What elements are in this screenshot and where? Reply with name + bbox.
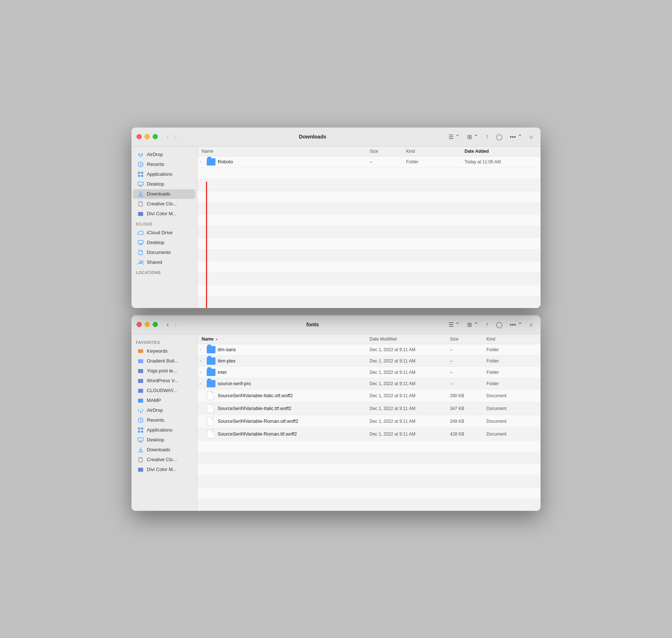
sidebar-item-yoga-post[interactable]: Yoga post te... [133,366,195,376]
svg-rect-5 [138,182,143,185]
window-bottom: ‹ › fonts ☰ ⌃ ⊞ ⌃ ↑ ◯ ••• ⌃ ⌕ Favorites … [131,315,541,511]
sidebar-label-cloudway: CLOUDWAY... [147,388,177,393]
sidebar-item-desktop-bottom[interactable]: Desktop [133,435,195,445]
sidebar-label-gradient-builder: Gradient Buil... [147,358,178,364]
folder-icon [207,346,215,353]
sidebar-item-downloads-bottom[interactable]: Downloads [133,445,195,455]
sidebar-label-airdrop: AirDrop [147,152,163,157]
column-headers-top: Name Size Kind Date Added [197,147,541,156]
sidebar-item-creative-cloud[interactable]: Creative Clo... [133,199,195,209]
table-row[interactable]: › ibm-plex Dec 1, 2022 at 9:11 AM -- Fol… [197,356,541,367]
downloads-icon-bottom [137,447,144,453]
sidebar-item-shared[interactable]: Shared [133,258,195,267]
gradient-builder-icon [137,358,144,364]
minimize-button[interactable] [145,134,150,139]
search-button-bottom[interactable]: ⌕ [527,320,535,329]
sidebar-item-divi-color[interactable]: Divi Color M... [133,209,195,219]
tag-button-top[interactable]: ◯ [494,132,505,142]
file-name: inter [218,369,227,375]
table-row[interactable]: SourceSerif4Variable-Italic.otf.woff2 De… [197,390,541,402]
table-row[interactable]: › inter Dec 1, 2022 at 9:11 AM -- Folder [197,367,541,378]
empty-row [197,273,541,285]
tag-button-bottom[interactable]: ◯ [494,320,505,330]
sidebar-item-airdrop[interactable]: AirDrop [133,150,195,159]
share-button-top[interactable]: ↑ [484,132,491,141]
expand-chevron: › [200,381,205,386]
window-body-bottom: Favorites Keywords Gradient Buil... [131,334,541,511]
sidebar-item-downloads[interactable]: Downloads [133,189,195,199]
back-button-bottom[interactable]: ‹ [164,320,171,329]
sidebar-item-recents[interactable]: Recents [133,160,195,169]
empty-row [197,476,541,487]
file-size: -- [446,358,482,364]
titlebar-bottom: ‹ › fonts ☰ ⌃ ⊞ ⌃ ↑ ◯ ••• ⌃ ⌕ [131,315,541,334]
close-button[interactable] [137,134,142,139]
share-button-bottom[interactable]: ↑ [484,320,491,329]
expand-chevron: › [200,370,205,374]
more-button-bottom[interactable]: ••• ⌃ [508,320,524,330]
forward-button-top[interactable]: › [172,132,179,141]
file-kind: Document [482,419,541,424]
list-view-button[interactable]: ☰ ⌃ [446,132,462,142]
downloads-icon [137,191,144,197]
back-button-top[interactable]: ‹ [164,132,171,141]
list-view-button-bottom[interactable]: ☰ ⌃ [446,320,462,330]
sidebar-item-icloud-drive[interactable]: iCloud Drive [133,228,195,238]
sidebar-item-divi-color-bottom[interactable]: Divi Color M... [133,465,195,474]
file-kind: Document [482,432,541,437]
sidebar-item-airdrop-bottom[interactable]: AirDrop [133,406,195,415]
table-row[interactable]: › dm-sans Dec 1, 2022 at 9:11 AM -- Fold… [197,344,541,356]
applications-icon [137,171,144,178]
file-date: Dec 1, 2022 at 9:11 AM [365,393,446,398]
file-size: 347 KB [446,406,482,411]
file-name-cell: SourceSerif4Variable-Roman.ttf.woff2 [197,430,365,438]
table-row[interactable]: SourceSerif4Variable-Roman.ttf.woff2 Dec… [197,428,541,441]
close-button-bottom[interactable] [137,322,142,327]
doc-icon [207,430,214,438]
sidebar-item-keywords[interactable]: Keywords [133,346,195,356]
sidebar-item-gradient-builder[interactable]: Gradient Buil... [133,356,195,366]
file-name: Roboto [218,159,233,164]
search-button-top[interactable]: ⌕ [527,132,535,141]
column-headers-bottom: Name ▲ Date Modified Size Kind [197,334,541,344]
nav-buttons-bottom: ‹ › [164,320,179,329]
file-date: Dec 1, 2022 at 9:11 AM [365,347,446,352]
airdrop-icon [137,151,144,158]
folder-icon [207,369,215,376]
table-row[interactable]: › source-serif-pro Dec 1, 2022 at 9:11 A… [197,378,541,390]
minimize-button-bottom[interactable] [145,322,150,327]
file-kind: Document [482,393,541,398]
sidebar-item-applications[interactable]: Applications [133,170,195,179]
sidebar-label-keywords: Keywords [147,348,168,354]
sidebar-item-documents[interactable]: Documents [133,248,195,257]
sidebar-label-recents-bottom: Recents [147,417,164,423]
empty-row [197,285,541,296]
file-size: 280 KB [446,393,482,398]
col-kind: Kind [402,149,460,154]
svg-rect-2 [141,172,144,174]
empty-row [197,487,541,499]
window-body-top: AirDrop Recents [131,147,541,308]
sidebar-item-icloud-desktop[interactable]: Desktop [133,238,195,247]
sidebar-item-cloudway[interactable]: CLOUDWAY... [133,386,195,395]
file-rows-bottom: › dm-sans Dec 1, 2022 at 9:11 AM -- Fold… [197,344,541,511]
sidebar-item-mamp[interactable]: MAMP [133,396,195,405]
sidebar-item-creative-cloud-bottom[interactable]: Creative Clo... [133,455,195,464]
table-row[interactable]: SourceSerif4Variable-Italic.ttf.woff2 De… [197,402,541,415]
forward-button-bottom[interactable]: › [172,320,179,329]
grid-view-button-bottom[interactable]: ⊞ ⌃ [465,320,480,330]
sidebar-label-divi-color: Divi Color M... [147,211,177,216]
table-row[interactable]: › Roboto -- Folder Today at 11:05 AM [197,156,541,168]
maximize-button[interactable] [153,134,158,139]
sidebar-item-desktop[interactable]: Desktop [133,179,195,189]
doc-icon [207,404,214,413]
more-button-top[interactable]: ••• ⌃ [508,132,524,142]
table-row[interactable]: SourceSerif4Variable-Roman.otf.woff2 Dec… [197,415,541,428]
sidebar-item-applications-bottom[interactable]: Applications [133,425,195,435]
grid-view-button[interactable]: ⊞ ⌃ [465,132,480,142]
file-size: -- [446,370,482,375]
sidebar-item-recents-bottom[interactable]: Recents [133,415,195,425]
sidebar-label-desktop: Desktop [147,181,164,187]
sidebar-item-wordpress-v[interactable]: WordPress V... [133,376,195,386]
maximize-button-bottom[interactable] [153,322,158,327]
